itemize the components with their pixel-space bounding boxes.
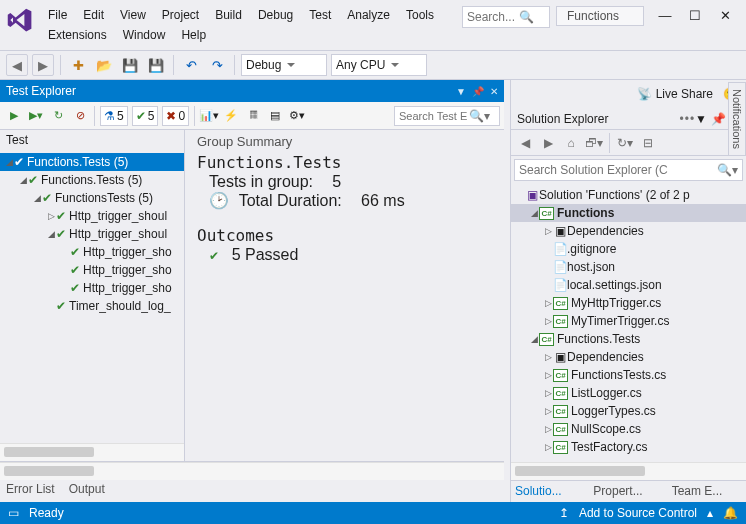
refresh-icon[interactable]: ↻▾: [615, 133, 635, 153]
tab-team-explorer[interactable]: Team E...: [668, 481, 746, 502]
test-node[interactable]: ◢✔FunctionsTests (5): [0, 189, 184, 207]
save-icon[interactable]: 💾: [119, 54, 141, 76]
menu-tools[interactable]: Tools: [398, 5, 442, 25]
pin-icon[interactable]: 📌: [472, 86, 484, 97]
solution-node[interactable]: ▷C#NullScope.cs: [511, 420, 746, 438]
menu-view[interactable]: View: [112, 5, 154, 25]
menu-edit[interactable]: Edit: [75, 5, 112, 25]
expander-icon[interactable]: ◢: [529, 334, 539, 344]
run-button[interactable]: ▶▾: [26, 106, 46, 126]
test-search-input[interactable]: [399, 110, 469, 122]
solution-node[interactable]: ▷C#MyHttpTrigger.cs: [511, 294, 746, 312]
total-tests-count[interactable]: ⚗5: [100, 106, 128, 126]
menu-help[interactable]: Help: [173, 25, 214, 45]
test-node[interactable]: ✔Http_trigger_sho: [0, 261, 184, 279]
expander-icon[interactable]: ▷: [543, 370, 553, 380]
nav-forward-button[interactable]: ▶: [32, 54, 54, 76]
test-explorer-titlebar[interactable]: Test Explorer ▼ 📌 ✕: [0, 80, 504, 102]
maximize-button[interactable]: ☐: [680, 4, 710, 26]
solution-node[interactable]: ◢C#Functions.Tests: [511, 330, 746, 348]
solution-name[interactable]: Functions: [556, 6, 644, 26]
solution-node[interactable]: 📄host.json: [511, 258, 746, 276]
solution-node[interactable]: 📄.gitignore: [511, 240, 746, 258]
menu-file[interactable]: File: [40, 5, 75, 25]
new-project-icon[interactable]: ✚: [67, 54, 89, 76]
settings-icon[interactable]: ⚙▾: [287, 106, 307, 126]
expander-icon[interactable]: ▷: [543, 442, 553, 452]
horizontal-scrollbar[interactable]: [511, 462, 746, 480]
failed-count[interactable]: ✖0: [162, 106, 189, 126]
solution-node[interactable]: 📄local.settings.json: [511, 276, 746, 294]
test-node[interactable]: ◢✔Http_trigger_shoul: [0, 225, 184, 243]
solution-node[interactable]: ▷C#ListLogger.cs: [511, 384, 746, 402]
repeat-button[interactable]: ↻: [48, 106, 68, 126]
filter-icon[interactable]: ⚡: [221, 106, 241, 126]
solution-node[interactable]: ◢C#Functions: [511, 204, 746, 222]
test-node[interactable]: ✔Timer_should_log_: [0, 297, 184, 315]
cancel-button[interactable]: ⊘: [70, 106, 90, 126]
minimize-button[interactable]: ―: [650, 4, 680, 26]
dropdown-icon[interactable]: ▼: [695, 112, 707, 126]
solution-search[interactable]: 🔍▾: [514, 159, 743, 181]
live-share-button[interactable]: 📡Live Share: [637, 87, 713, 101]
test-node[interactable]: ▷✔Http_trigger_shoul: [0, 207, 184, 225]
columns-icon[interactable]: ▤: [265, 106, 285, 126]
publish-icon[interactable]: ↥: [559, 506, 569, 520]
show-all-icon[interactable]: ⊟: [638, 133, 658, 153]
forward-icon[interactable]: ▶: [538, 133, 558, 153]
expander-icon[interactable]: ◢: [18, 175, 28, 185]
close-button[interactable]: ✕: [710, 4, 740, 26]
add-to-source-control[interactable]: Add to Source Control: [579, 506, 697, 520]
chevron-up-icon[interactable]: ▴: [707, 506, 713, 520]
group-icon[interactable]: 𝄜: [243, 106, 263, 126]
global-search-input[interactable]: [467, 10, 519, 24]
solution-node[interactable]: ▷C#FunctionsTests.cs: [511, 366, 746, 384]
view-icon[interactable]: 📊▾: [199, 106, 219, 126]
close-icon[interactable]: ✕: [490, 86, 498, 97]
expander-icon[interactable]: ▷: [543, 424, 553, 434]
solution-node[interactable]: ▷C#TestFactory.cs: [511, 438, 746, 456]
notifications-tab[interactable]: Notifications: [728, 82, 746, 156]
undo-icon[interactable]: ↶: [180, 54, 202, 76]
run-all-button[interactable]: ▶: [4, 106, 24, 126]
open-icon[interactable]: 📂: [93, 54, 115, 76]
dropdown-icon[interactable]: ▼: [456, 86, 466, 97]
menu-test[interactable]: Test: [301, 5, 339, 25]
pin-icon[interactable]: 📌: [711, 112, 726, 126]
tab-output[interactable]: Output: [69, 482, 105, 496]
menu-project[interactable]: Project: [154, 5, 207, 25]
global-search[interactable]: 🔍: [462, 6, 550, 28]
test-node[interactable]: ✔Http_trigger_sho: [0, 243, 184, 261]
expander-icon[interactable]: ▷: [46, 211, 56, 221]
home-icon[interactable]: ⌂: [561, 133, 581, 153]
solution-node[interactable]: ▷▣Dependencies: [511, 348, 746, 366]
expander-icon[interactable]: ▷: [543, 316, 553, 326]
tab-error-list[interactable]: Error List: [6, 482, 55, 496]
solution-node[interactable]: ▷▣Dependencies: [511, 222, 746, 240]
menu-window[interactable]: Window: [115, 25, 174, 45]
test-node[interactable]: ◢✔Functions.Tests (5): [0, 153, 184, 171]
notifications-bell-icon[interactable]: 🔔: [723, 506, 738, 520]
expander-icon[interactable]: ◢: [46, 229, 56, 239]
menu-extensions[interactable]: Extensions: [40, 25, 115, 45]
nav-back-button[interactable]: ◀: [6, 54, 28, 76]
platform-dropdown[interactable]: Any CPU: [331, 54, 427, 76]
back-icon[interactable]: ◀: [515, 133, 535, 153]
expander-icon[interactable]: ▷: [543, 406, 553, 416]
test-node[interactable]: ◢✔Functions.Tests (5): [0, 171, 184, 189]
horizontal-scrollbar[interactable]: [0, 462, 504, 480]
solution-node[interactable]: ▣Solution 'Functions' (2 of 2 p: [511, 186, 746, 204]
menu-build[interactable]: Build: [207, 5, 250, 25]
expander-icon[interactable]: ◢: [4, 157, 14, 167]
expander-icon[interactable]: ▷: [543, 352, 553, 362]
sync-icon[interactable]: 🗗▾: [584, 133, 604, 153]
solution-search-input[interactable]: [519, 163, 717, 177]
expander-icon[interactable]: ◢: [529, 208, 539, 218]
expander-icon[interactable]: ◢: [32, 193, 42, 203]
expander-icon[interactable]: ▷: [543, 388, 553, 398]
expander-icon[interactable]: ▷: [543, 298, 553, 308]
passed-count[interactable]: ✔5: [132, 106, 159, 126]
solution-node[interactable]: ▷C#LoggerTypes.cs: [511, 402, 746, 420]
config-dropdown[interactable]: Debug: [241, 54, 327, 76]
menu-analyze[interactable]: Analyze: [339, 5, 398, 25]
